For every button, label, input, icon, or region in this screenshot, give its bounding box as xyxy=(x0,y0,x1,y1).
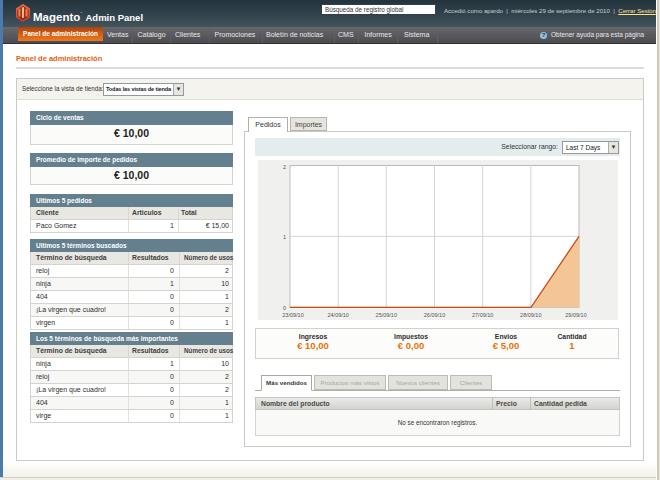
svg-text:2: 2 xyxy=(283,164,286,170)
svg-text:24/09/10: 24/09/10 xyxy=(327,312,348,318)
svg-text:0: 0 xyxy=(283,305,286,311)
svg-text:26/09/10: 26/09/10 xyxy=(424,312,445,318)
svg-text:25/09/10: 25/09/10 xyxy=(376,312,397,318)
svg-text:27/09/10: 27/09/10 xyxy=(472,312,493,318)
svg-text:29/09/10: 29/09/10 xyxy=(565,312,586,318)
svg-text:28/09/10: 28/09/10 xyxy=(520,312,541,318)
svg-text:23/09/10: 23/09/10 xyxy=(282,312,303,318)
svg-text:1: 1 xyxy=(283,234,286,240)
